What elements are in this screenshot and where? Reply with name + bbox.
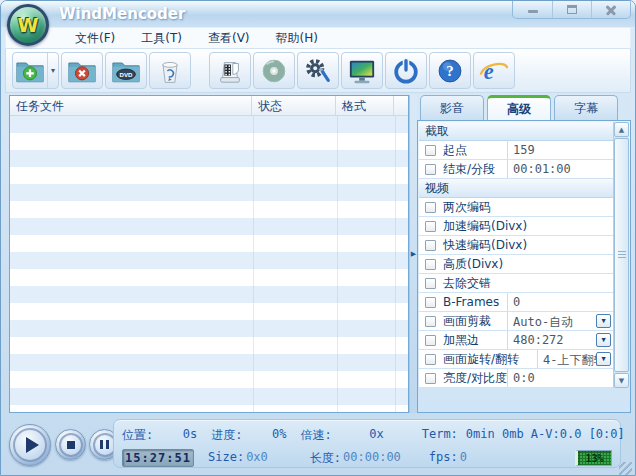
tab-subtitles[interactable]: 字幕 [554, 95, 618, 120]
setting-label-cell: 去除交错 [419, 274, 613, 292]
settings-panel: 截取起点159结束/分段00:01:00视频两次编码加速编码(Divx)快速编码… [417, 120, 631, 413]
setting-row: 结束/分段00:01:00 [419, 160, 613, 179]
add-task-button[interactable]: ▾ [12, 52, 59, 89]
setting-label: 两次编码 [443, 199, 491, 216]
setting-value[interactable]: 480:272▼ [507, 331, 613, 349]
up-arrow-icon: ▲ [619, 126, 624, 134]
status-row-2: 15:27:51 Size:0x0长度:00:00:00fps:0 13% [122, 449, 612, 467]
preview-button[interactable] [341, 52, 383, 89]
setting-row: 画面旋转/翻转4-上下翻转▼ [419, 350, 613, 369]
svg-text:e: e [484, 59, 494, 84]
close-icon [605, 4, 617, 16]
maximize-button[interactable] [552, 1, 591, 18]
play-icon [26, 437, 39, 453]
setting-row: 画面剪裁Auto-自动▼ [419, 312, 613, 331]
website-button[interactable]: e [473, 52, 515, 89]
menu-item[interactable]: 工具(T) [128, 28, 195, 49]
disc-tools-button[interactable] [253, 52, 295, 89]
setting-value[interactable]: 159 [507, 141, 613, 159]
status-field: fps:0 [429, 450, 467, 467]
setting-value[interactable]: Auto-自动▼ [507, 312, 613, 330]
title-bar[interactable]: W WindMencoder [1, 1, 635, 27]
resize-grip[interactable] [619, 462, 632, 475]
checkbox[interactable] [425, 316, 436, 327]
app-window: W WindMencoder 文件(F)工具(T)查看(V)帮助(H) ▾DVD… [0, 0, 636, 476]
setting-label: 亮度/对比度 [443, 370, 507, 387]
splitter-arrow-icon: ▶ [411, 251, 416, 258]
setting-label: 结束/分段 [443, 161, 495, 178]
checkbox[interactable] [425, 164, 436, 175]
close-button[interactable] [591, 1, 630, 18]
add-dvd-button[interactable]: DVD [105, 52, 147, 89]
status-field: 倍速:0x [300, 427, 397, 444]
setting-label-cell: 两次编码 [419, 198, 613, 216]
column-divider [395, 116, 396, 412]
checkbox[interactable] [425, 145, 436, 156]
play-button[interactable] [9, 424, 51, 466]
setting-value[interactable]: 0:0 [507, 369, 613, 387]
tab-advanced[interactable]: 高级 [487, 95, 551, 120]
add-folder-icon [13, 57, 47, 84]
settings-button[interactable] [297, 52, 339, 89]
start-encode-button[interactable] [209, 52, 251, 89]
scrollbar[interactable]: ▲ ▼ [613, 122, 629, 388]
column-header[interactable]: 格式 [336, 96, 394, 115]
setting-value[interactable]: 0 [507, 293, 613, 311]
thumb-grip-icon [618, 251, 626, 260]
column-header[interactable]: 任务文件 [10, 96, 252, 115]
status-label: 位置: [122, 427, 153, 444]
menu-item[interactable]: 文件(F) [62, 28, 128, 49]
checkbox[interactable] [425, 297, 436, 308]
status-label: 进度: [211, 427, 242, 444]
tab-media[interactable]: 影音 [420, 95, 484, 120]
settings-side-panel: 影音高级字幕 截取起点159结束/分段00:01:00视频两次编码加速编码(Di… [417, 95, 631, 413]
setting-row: 加黑边480:272▼ [419, 331, 613, 350]
power-icon [389, 57, 423, 85]
help-button[interactable]: ? [429, 52, 471, 89]
dropdown-button[interactable]: ▼ [596, 314, 611, 328]
status-field: 进度:0% [211, 427, 300, 444]
checkbox[interactable] [425, 354, 436, 365]
checkbox[interactable] [425, 373, 436, 384]
checkbox[interactable] [425, 202, 436, 213]
dropdown-button[interactable]: ▼ [596, 352, 611, 366]
minimize-button[interactable] [513, 1, 552, 18]
checkbox[interactable] [425, 221, 436, 232]
clear-tasks-button[interactable] [149, 52, 191, 89]
checkbox[interactable] [425, 259, 436, 270]
panel-splitter[interactable]: ▶ [409, 95, 417, 413]
setting-value[interactable]: 4-上下翻转▼ [537, 350, 613, 368]
remove-task-button[interactable] [61, 52, 103, 89]
setting-row: 去除交错 [419, 274, 613, 293]
checkbox[interactable] [425, 240, 436, 251]
exit-button[interactable] [385, 52, 427, 89]
status-label: 倍速: [300, 427, 331, 444]
menu-item[interactable]: 帮助(H) [263, 28, 331, 49]
scroll-down-button[interactable]: ▼ [614, 373, 629, 388]
status-value: 0x0 [246, 450, 268, 467]
stop-button-face [59, 433, 83, 457]
setting-label: 加黑边 [443, 332, 479, 349]
column-header[interactable] [394, 96, 408, 115]
status-panel: 位置:0s进度:0%倍速:0xTerm:0min 0mb A-V:0.0 [0:… [113, 419, 621, 468]
column-header[interactable]: 状态 [252, 96, 336, 115]
toolbar-dropdown-icon[interactable]: ▾ [47, 53, 58, 88]
setting-label: 画面剪裁 [443, 313, 491, 330]
setting-value[interactable]: 00:01:00 [507, 160, 613, 178]
setting-label-cell: 加速编码(Divx) [419, 217, 613, 235]
dropdown-button[interactable]: ▼ [596, 333, 611, 347]
play-button-face [13, 428, 47, 462]
status-value: 00:00:00 [343, 450, 401, 467]
down-arrow-icon: ▼ [619, 377, 624, 385]
scroll-up-button[interactable]: ▲ [614, 122, 629, 137]
stop-button[interactable] [55, 429, 86, 460]
menu-item[interactable]: 查看(V) [195, 28, 263, 49]
task-list-area[interactable] [10, 116, 408, 412]
scrollbar-thumb[interactable] [614, 138, 629, 372]
status-bar: 位置:0s进度:0%倍速:0xTerm:0min 0mb A-V:0.0 [0:… [1, 414, 635, 476]
window-title: WindMencoder [59, 5, 185, 23]
status-field: 位置:0s [122, 427, 211, 444]
checkbox[interactable] [425, 278, 436, 289]
status-field: Term:0min 0mb A-V:0.0 [0:0] [422, 427, 625, 444]
checkbox[interactable] [425, 335, 436, 346]
